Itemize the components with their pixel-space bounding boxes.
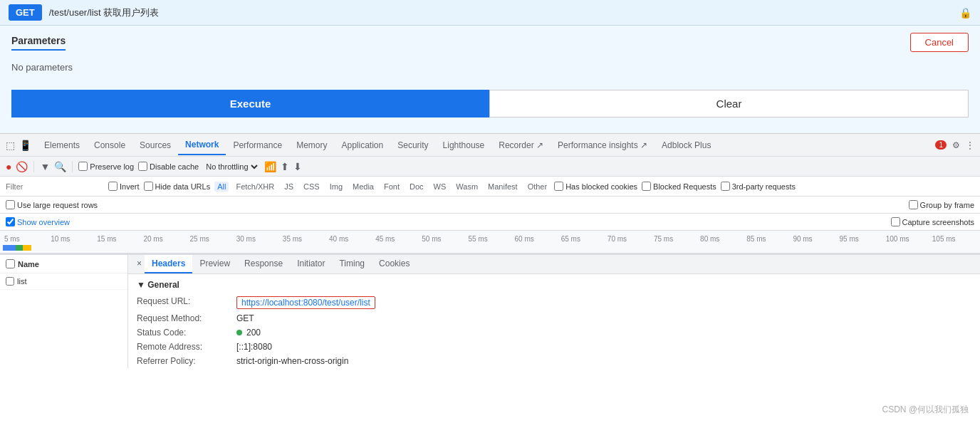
download-icon[interactable]: ⬇ (293, 161, 302, 172)
has-blocked-label[interactable]: Has blocked cookies (554, 182, 637, 191)
device-toggle-icon[interactable]: 📱 (19, 140, 31, 151)
api-url-text: /test/user/list 获取用户列表 (49, 6, 959, 19)
group-by-frame-label[interactable]: Group by frame (909, 200, 974, 209)
detail-tab-initiator[interactable]: Initiator (290, 255, 332, 273)
options-row-1: Use large request rows Group by frame (0, 197, 980, 214)
tab-sources[interactable]: Sources (132, 136, 178, 155)
detail-close-btn[interactable]: × (134, 255, 145, 273)
referrer-policy-row: Referrer Policy: strict-origin-when-cros… (137, 354, 971, 368)
filter-img[interactable]: Img (327, 182, 345, 192)
capture-screenshots-label[interactable]: Capture screenshots (891, 217, 975, 226)
settings-icon[interactable]: ⚙ (952, 140, 960, 150)
inspect-icon[interactable]: ⬚ (6, 140, 15, 151)
action-row: Execute Clear (11, 90, 969, 118)
tl-label-25ms: 25 ms (189, 235, 235, 243)
filter-input[interactable] (6, 182, 104, 191)
tab-adblock[interactable]: Adblock Plus (655, 136, 718, 155)
request-url-box: https://localhost:8080/test/user/list (236, 296, 375, 309)
tab-security[interactable]: Security (390, 136, 435, 155)
blocked-req-label[interactable]: Blocked Requests (642, 182, 716, 191)
filter-css[interactable]: CSS (301, 182, 323, 192)
disable-cache-checkbox[interactable] (138, 162, 147, 171)
filter-doc[interactable]: Doc (407, 182, 427, 192)
capture-screenshots-checkbox[interactable] (891, 217, 900, 226)
tab-lighthouse[interactable]: Lighthouse (436, 136, 492, 155)
tl-label-90ms: 90 ms (791, 235, 838, 243)
tab-application[interactable]: Application (334, 136, 390, 155)
preserve-log-label[interactable]: Preserve log (78, 162, 134, 171)
detail-tab-cookies[interactable]: Cookies (372, 255, 417, 273)
request-method-val: GET (236, 313, 254, 323)
detail-tab-response[interactable]: Response (237, 255, 290, 273)
detail-tab-headers[interactable]: Headers (145, 255, 192, 273)
blocked-req-checkbox[interactable] (642, 182, 651, 191)
upload-icon[interactable]: ⬆ (281, 161, 289, 172)
invert-label[interactable]: Invert (108, 182, 140, 191)
watermark: CSDN @何以我们孤独 (882, 404, 969, 416)
tl-label-95ms: 95 ms (838, 235, 885, 243)
options-right-1: Group by frame (909, 200, 974, 209)
tl-label-10ms: 10 ms (49, 235, 95, 243)
tab-performance-insights[interactable]: Performance insights ↗ (551, 136, 655, 155)
cancel-button[interactable]: Cancel (910, 33, 969, 52)
name-header-checkbox[interactable] (6, 259, 15, 268)
use-large-rows-checkbox[interactable] (6, 200, 15, 209)
more-icon[interactable]: ⋮ (966, 140, 974, 150)
filter-js[interactable]: JS (281, 182, 296, 192)
list-item-checkbox[interactable] (6, 277, 14, 286)
params-header: Parameters Cancel (11, 33, 969, 52)
filter-ws[interactable]: WS (431, 182, 449, 192)
tab-recorder[interactable]: Recorder ↗ (491, 136, 551, 155)
network-toolbar: ● 🚫 ▼ 🔍 Preserve log Disable cache No th… (0, 157, 980, 177)
clear-icon[interactable]: 🚫 (16, 161, 28, 172)
record-icon[interactable]: ● (6, 161, 11, 172)
tl-label-75ms: 75 ms (652, 235, 699, 243)
tab-console[interactable]: Console (87, 136, 132, 155)
search-icon[interactable]: 🔍 (54, 161, 66, 172)
main-area: Name list × Headers Preview Response Ini… (0, 254, 980, 368)
filter-manifest[interactable]: Manifest (485, 182, 521, 192)
has-blocked-checkbox[interactable] (554, 182, 563, 191)
filter-bar: Invert Hide data URLs All Fetch/XHR JS C… (0, 177, 980, 197)
throttle-select[interactable]: No throttling Fast 3G Slow 3G Offline (203, 162, 260, 172)
filter-media[interactable]: Media (350, 182, 377, 192)
third-party-label[interactable]: 3rd-party requests (721, 182, 796, 191)
tl-label-85ms: 85 ms (745, 235, 791, 243)
devtools-tabs: ⬚ 📱 Elements Console Sources Network Per… (0, 134, 980, 157)
tab-elements[interactable]: Elements (37, 136, 87, 155)
show-overview-label[interactable]: Show overview (6, 217, 70, 226)
third-party-checkbox[interactable] (721, 182, 730, 191)
filter-icon[interactable]: ▼ (40, 161, 50, 172)
filter-fetch-xhr[interactable]: Fetch/XHR (233, 182, 277, 192)
detail-tab-timing[interactable]: Timing (332, 255, 372, 273)
tl-label-5ms: 5 ms (3, 235, 49, 243)
name-header: Name (0, 255, 127, 273)
filter-all[interactable]: All (214, 182, 229, 192)
tl-bar-green (16, 245, 23, 251)
options-row-2: Show overview Capture screenshots (0, 214, 980, 231)
request-url-row: Request URL: https://localhost:8080/test… (137, 294, 971, 311)
list-item[interactable]: list (0, 273, 127, 290)
devtools-right: 1 ⚙ ⋮ (935, 140, 974, 150)
tab-performance[interactable]: Performance (226, 136, 289, 155)
group-by-frame-checkbox[interactable] (909, 200, 918, 209)
toolbar-separator-1 (33, 161, 34, 172)
filter-other[interactable]: Other (525, 182, 551, 192)
execute-button[interactable]: Execute (11, 90, 489, 118)
use-large-rows-label[interactable]: Use large request rows (6, 200, 98, 209)
filter-wasm[interactable]: Wasm (453, 182, 481, 192)
list-item-name: list (17, 277, 26, 286)
disable-cache-label[interactable]: Disable cache (138, 162, 199, 171)
show-overview-checkbox[interactable] (6, 217, 15, 226)
filter-font[interactable]: Font (381, 182, 402, 192)
error-badge: 1 (935, 140, 947, 150)
hide-data-urls-checkbox[interactable] (144, 182, 153, 191)
clear-button[interactable]: Clear (489, 90, 969, 118)
tab-memory[interactable]: Memory (289, 136, 334, 155)
status-code-row: Status Code: 200 (137, 325, 971, 340)
detail-tab-preview[interactable]: Preview (192, 255, 237, 273)
preserve-log-checkbox[interactable] (78, 162, 88, 171)
hide-data-urls-label[interactable]: Hide data URLs (144, 182, 211, 191)
invert-checkbox[interactable] (108, 182, 118, 191)
tab-network[interactable]: Network (178, 135, 226, 155)
